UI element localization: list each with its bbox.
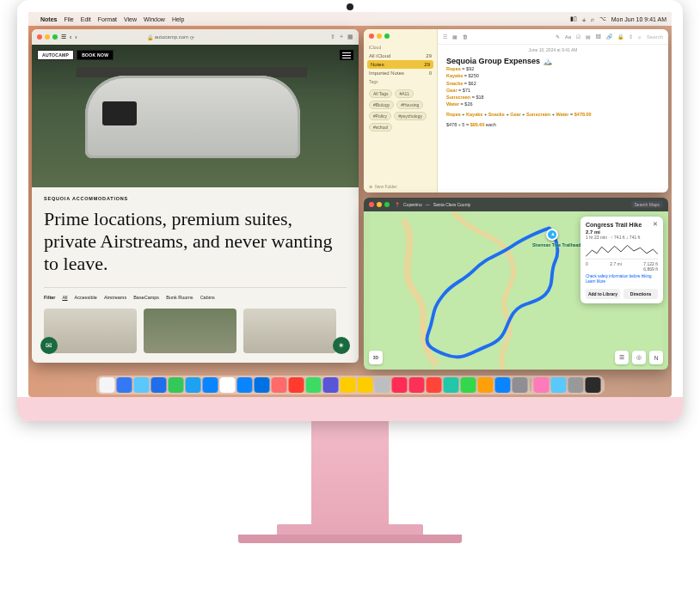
menubar-datetime[interactable]: Mon Jun 10 9:41 AM — [611, 16, 666, 22]
dock-app-icon[interactable] — [568, 377, 584, 393]
tabs-icon[interactable]: ▦ — [347, 34, 353, 40]
minimize-button[interactable] — [377, 202, 382, 207]
nav-fwd-icon[interactable]: › — [75, 34, 77, 40]
dock-app-icon[interactable] — [478, 377, 494, 393]
dock-app-icon[interactable] — [186, 377, 201, 393]
menubar-edit[interactable]: Edit — [81, 16, 91, 22]
menubar-help[interactable]: Help — [172, 16, 184, 22]
search-icon[interactable]: ⌕ — [591, 16, 594, 22]
tag-item[interactable]: #Housing — [396, 101, 423, 109]
wifi-icon[interactable]: ⏚ — [582, 16, 586, 22]
dock-app-icon[interactable] — [220, 377, 236, 393]
tag-item[interactable]: All Tags — [369, 89, 392, 98]
dock-app-icon[interactable] — [495, 377, 511, 393]
dock-app-icon[interactable] — [551, 377, 567, 393]
menubar-view[interactable]: View — [124, 16, 137, 22]
close-button[interactable] — [369, 202, 374, 207]
menubar-format[interactable]: Format — [98, 16, 117, 22]
card-item[interactable] — [243, 309, 336, 353]
filter-bunkrooms[interactable]: Bunk Rooms — [166, 295, 193, 300]
lock-icon[interactable]: 🔒 — [617, 34, 623, 40]
reload-icon[interactable]: ⟳ — [190, 34, 194, 40]
card-item[interactable] — [44, 309, 137, 353]
dock-app-icon[interactable] — [375, 377, 390, 393]
safari-address-bar[interactable]: 🔒 autocamp.com ⟳ — [147, 34, 194, 40]
dock-app-icon[interactable] — [323, 377, 339, 393]
dock-app-icon[interactable] — [255, 377, 270, 393]
dock-app-icon[interactable] — [392, 377, 408, 393]
battery-icon[interactable]: ▮▯ — [570, 15, 577, 22]
share-icon[interactable]: ⇪ — [330, 34, 335, 40]
tag-item[interactable]: #Policy — [369, 112, 391, 120]
nav-back-icon[interactable]: ‹ — [70, 34, 71, 40]
menubar-app-name[interactable]: Notes — [40, 16, 57, 22]
tag-item[interactable]: #Biology — [369, 101, 394, 109]
zoom-button[interactable] — [384, 34, 390, 39]
control-center-icon[interactable]: ⌥ — [599, 15, 606, 22]
map-pin-trailhead[interactable] — [546, 229, 558, 241]
share-icon[interactable]: ⇪ — [629, 34, 633, 40]
dock-app-icon[interactable] — [409, 377, 425, 393]
panel-learn-more-link[interactable]: Learn More — [586, 279, 658, 284]
list-view-icon[interactable]: ☰ — [443, 34, 447, 40]
maps-search-input[interactable]: Search Maps — [631, 201, 663, 208]
add-to-library-button[interactable]: Add to Library — [586, 289, 620, 299]
close-panel-icon[interactable]: ✕ — [653, 221, 658, 228]
dock-app-icon[interactable] — [513, 377, 528, 393]
dock-app-icon[interactable] — [203, 377, 218, 393]
maps-breadcrumb[interactable]: 📍 Cupertino—Santa Clara County — [395, 202, 470, 207]
filter-airstreams[interactable]: Airstreams — [104, 295, 126, 300]
dock-app-icon[interactable] — [444, 377, 459, 393]
dock-app-icon[interactable] — [427, 377, 442, 393]
menubar-file[interactable]: File — [64, 16, 73, 22]
hamburger-icon[interactable] — [340, 50, 353, 60]
search-icon[interactable]: ⌕ — [638, 34, 642, 40]
close-button[interactable] — [37, 34, 42, 40]
checklist-icon[interactable]: ☑ — [576, 34, 580, 40]
tag-item[interactable]: #A11 — [395, 89, 414, 98]
minimize-button[interactable] — [377, 34, 382, 39]
note-content[interactable]: Sequoia Group Expenses🏔️ Ropes = $92 Kay… — [438, 55, 668, 130]
dock-app-icon[interactable] — [306, 377, 322, 393]
sidebar-toggle-icon[interactable]: ☰ — [61, 34, 66, 40]
book-now-button[interactable]: BOOK NOW — [77, 50, 114, 60]
map-3d-toggle[interactable]: 3D — [369, 351, 383, 364]
dock-app-icon[interactable] — [100, 377, 115, 393]
sidebar-item-all-icloud[interactable]: All iCloud 29 — [364, 52, 437, 60]
site-logo[interactable]: AUTOCAMP — [37, 50, 74, 60]
zoom-button[interactable] — [384, 202, 390, 207]
tag-item[interactable]: #school — [369, 123, 392, 131]
sidebar-item-notes[interactable]: Notes 29 — [367, 60, 433, 69]
dock-app-icon[interactable] — [461, 377, 476, 393]
map-compass-icon[interactable]: N — [649, 351, 663, 364]
filter-basecamps[interactable]: BaseCamps — [133, 295, 159, 300]
sidebar-item-imported[interactable]: Imported Notes 0 — [364, 69, 437, 77]
compose-icon[interactable]: ✎ — [556, 34, 560, 40]
filter-cabins[interactable]: Cabins — [200, 295, 215, 300]
menubar-window[interactable]: Window — [144, 16, 165, 22]
format-icon[interactable]: Aa — [565, 34, 571, 40]
dock-app-icon[interactable] — [534, 377, 550, 393]
new-tab-icon[interactable]: + — [340, 34, 343, 40]
map-locate-icon[interactable]: ◎ — [632, 351, 646, 364]
minimize-button[interactable] — [45, 34, 50, 40]
dock-app-icon[interactable] — [169, 377, 184, 393]
dock-app-icon[interactable] — [134, 377, 150, 393]
dock-app-icon[interactable] — [341, 377, 356, 393]
filter-accessible[interactable]: Accessible — [75, 295, 97, 300]
dock-app-icon[interactable] — [358, 377, 373, 393]
dock-app-icon[interactable] — [272, 377, 287, 393]
dock-app-icon[interactable] — [586, 377, 601, 393]
chat-fab-icon[interactable]: ✉ — [40, 337, 58, 354]
new-folder-button[interactable]: ⊕ New Folder — [364, 180, 437, 193]
dock-app-icon[interactable] — [117, 377, 132, 393]
map-layers-icon[interactable]: ☰ — [615, 351, 629, 364]
delete-icon[interactable]: 🗑 — [463, 34, 468, 40]
zoom-button[interactable] — [52, 34, 58, 40]
dock-app-icon[interactable] — [151, 377, 167, 393]
filter-all[interactable]: All — [62, 295, 67, 300]
dock-app-icon[interactable] — [237, 377, 253, 393]
dock-app-icon[interactable] — [289, 377, 304, 393]
link-icon[interactable]: 🔗 — [606, 34, 612, 40]
table-icon[interactable]: ▤ — [586, 34, 591, 40]
